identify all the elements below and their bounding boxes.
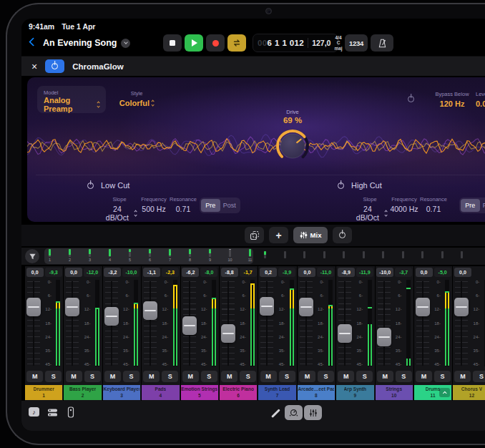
fader-track[interactable] [416,281,429,366]
mute-button[interactable]: M [454,371,471,382]
song-title-menu[interactable]: An Evening Song [43,36,130,50]
mute-button[interactable]: M [338,371,354,382]
solo-button[interactable]: S [123,371,139,382]
peak-value[interactable]: -8,0 [200,268,217,277]
fader-track[interactable] [300,281,313,366]
fader-value[interactable]: -6,2 [182,268,199,277]
metronome-button[interactable] [371,34,393,52]
track-label[interactable]: Electric Piano 6 [220,385,257,400]
mute-button[interactable]: M [299,371,315,382]
peak-value[interactable]: -1,7 [240,268,257,277]
record-button[interactable] [206,34,225,52]
fader-handle[interactable] [26,298,41,316]
track-label[interactable]: Emotion Strings 5 [181,385,218,400]
fader-track[interactable] [222,281,235,366]
stop-button[interactable] [163,34,182,52]
plugin-tiles-button[interactable] [245,227,264,243]
peak-value[interactable]: -2,3 [162,268,179,277]
fader-track[interactable] [260,281,273,366]
fader-value[interactable]: 0,0 [416,268,433,277]
model-selector[interactable]: Model Analog Preamp [37,86,106,113]
collapse-chevron-icon[interactable] [439,388,450,397]
fader-value[interactable]: 0,0 [454,268,471,277]
solo-button[interactable]: S [45,371,62,382]
fader-track[interactable] [338,281,351,366]
track-label[interactable]: Arp Synth 9 [336,385,373,400]
fader-value[interactable]: -1,1 [143,268,160,277]
mixer-power-button[interactable] [333,227,352,243]
mute-button[interactable]: M [104,371,121,382]
peak-value[interactable]: -10,0 [122,268,139,277]
fader-handle[interactable] [221,324,235,343]
low-cut-slope[interactable]: Slope 24 dB/Oct [102,196,137,222]
mute-button[interactable]: M [66,371,82,382]
mute-button[interactable]: M [143,371,160,382]
high-cut-resonance[interactable]: Resonance 0.71 [416,196,451,213]
mute-button[interactable]: M [182,371,199,382]
track-label[interactable]: Pads 4 [142,385,179,400]
close-icon[interactable]: × [31,62,37,72]
mute-button[interactable]: M [416,371,432,382]
solo-button[interactable]: S [356,371,373,382]
level-control[interactable]: Level 0.0 [476,91,485,108]
peak-value[interactable]: -3,7 [395,268,412,277]
mute-button[interactable]: M [260,371,277,382]
peak-value[interactable]: -9,3 [45,268,62,277]
high-cut-slope[interactable]: Slope 24 dB/Oct [353,196,387,222]
peak-value[interactable]: -5,0 [434,268,451,277]
tracks-view-icon[interactable] [47,407,58,420]
solo-button[interactable]: S [396,371,412,382]
back-icon[interactable] [29,37,38,47]
track-label[interactable]: Bass Player 2 [64,385,101,400]
fader-handle[interactable] [65,298,79,316]
filter-button[interactable] [25,249,39,263]
fader-handle[interactable] [416,298,430,316]
fader-track[interactable] [66,281,79,366]
track-label[interactable]: Chorus V 12 [453,385,485,400]
fader-value[interactable]: 0,0 [26,268,44,277]
mix-view-button[interactable]: Mix [293,227,328,243]
solo-button[interactable]: S [84,371,101,382]
fader-track[interactable] [27,281,40,366]
solo-button[interactable]: S [473,371,485,382]
fader-value[interactable]: 0,2 [260,268,277,277]
post-button[interactable]: Post [480,199,485,212]
bypass-control[interactable]: Bypass Below 120 Hz [421,91,484,108]
fader-handle[interactable] [338,324,352,343]
play-button[interactable] [185,34,203,52]
fader-handle[interactable] [454,298,469,316]
fader-handle[interactable] [260,297,274,316]
fader-handle[interactable] [377,328,391,346]
style-selector[interactable]: Style Colorful [113,90,160,107]
fader-value[interactable]: 0,0 [65,268,82,277]
track-label[interactable]: Drummer 1 [25,385,62,400]
solo-button[interactable]: S [201,371,217,382]
bypass-power-icon[interactable] [408,96,414,102]
fader-track[interactable] [455,281,468,366]
fader-track[interactable] [144,281,157,366]
pencil-icon[interactable] [271,409,280,417]
track-label[interactable]: Arcade…eet Pad 8 [298,385,335,400]
solo-button[interactable]: S [318,371,334,382]
plugin-power-button[interactable] [45,59,64,73]
mute-button[interactable]: M [221,371,237,382]
fader-handle[interactable] [143,301,157,320]
low-cut-resonance[interactable]: Resonance 0.71 [166,196,200,213]
fader-track[interactable] [378,281,391,366]
loop-browser-icon[interactable]: ♪ [29,407,39,417]
track-label[interactable]: Strings 10 [376,385,413,400]
fader-value[interactable]: -10,0 [376,268,393,277]
solo-button[interactable]: S [240,371,256,382]
track-label[interactable]: Synth Lead 7 [258,385,295,400]
solo-button[interactable]: S [162,371,178,382]
post-button[interactable]: Post [220,199,240,212]
lcd-display[interactable]: 006 1 1 012 127,0 4/4 C maj In Out MIDI [253,34,338,52]
mute-button[interactable]: M [26,371,43,382]
fader-value[interactable]: -3,2 [104,268,121,277]
track-label[interactable]: Drums 11 [414,385,451,400]
peak-value[interactable]: -12,0 [84,268,101,277]
pre-button[interactable]: Pre [201,199,220,212]
mute-button[interactable]: M [377,371,393,382]
solo-button[interactable]: S [434,371,451,382]
peak-value[interactable]: -11,9 [356,268,373,277]
